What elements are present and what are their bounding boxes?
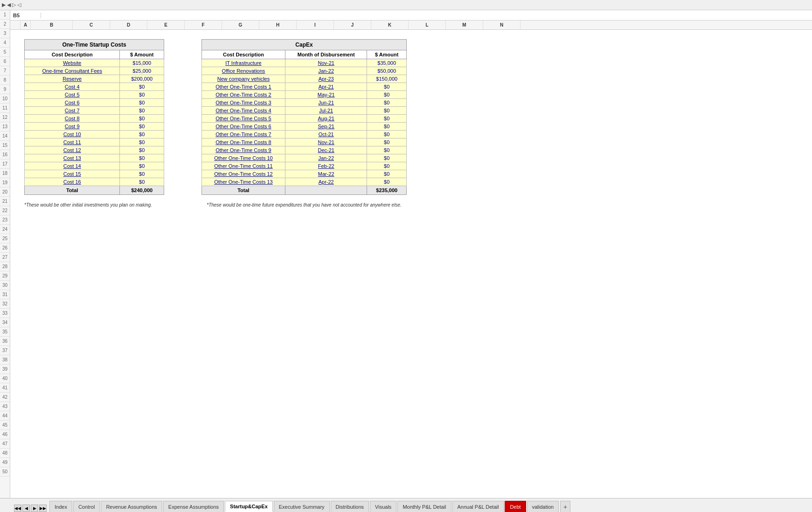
startup-amount-5[interactable]: $0 bbox=[120, 99, 164, 107]
startup-row-6[interactable]: Cost 7 $0 bbox=[25, 107, 164, 115]
tab-visuals[interactable]: Visuals bbox=[370, 501, 396, 512]
capex-amount-11[interactable]: $0 bbox=[367, 146, 407, 154]
capex-row-11[interactable]: Other One-Time Costs 9 Dec-21 $0 bbox=[202, 146, 407, 154]
capex-desc-6[interactable]: Other One-Time Costs 4 bbox=[202, 107, 285, 115]
tab-debt[interactable]: Debt bbox=[505, 501, 526, 512]
tab-distributions[interactable]: Distributions bbox=[331, 501, 369, 512]
capex-row-15[interactable]: Other One-Time Costs 13 Apr-22 $0 bbox=[202, 178, 407, 186]
startup-amount-15[interactable]: $0 bbox=[120, 178, 164, 186]
startup-amount-0[interactable]: $15,000 bbox=[120, 59, 164, 67]
capex-desc-9[interactable]: Other One-Time Costs 7 bbox=[202, 131, 285, 138]
capex-desc-15[interactable]: Other One-Time Costs 13 bbox=[202, 178, 285, 186]
startup-desc-6[interactable]: Cost 7 bbox=[25, 107, 120, 115]
capex-amount-14[interactable]: $0 bbox=[367, 170, 407, 178]
startup-row-14[interactable]: Cost 15 $0 bbox=[25, 170, 164, 178]
capex-row-3[interactable]: Other One-Time Costs 1 Apr-21 $0 bbox=[202, 83, 407, 91]
tab-scroll-buttons[interactable]: ◀◀ ◀ ▶ ▶▶ bbox=[14, 505, 47, 512]
capex-row-14[interactable]: Other One-Time Costs 12 Mar-22 $0 bbox=[202, 170, 407, 178]
sheet-area[interactable]: One-Time Startup Costs Cost Description … bbox=[10, 30, 812, 498]
capex-row-12[interactable]: Other One-Time Costs 10 Jan-22 $0 bbox=[202, 154, 407, 162]
startup-amount-10[interactable]: $0 bbox=[120, 138, 164, 146]
startup-desc-1[interactable]: One-time Consultant Fees bbox=[25, 67, 120, 75]
startup-row-5[interactable]: Cost 6 $0 bbox=[25, 99, 164, 107]
capex-desc-7[interactable]: Other One-Time Costs 5 bbox=[202, 115, 285, 123]
startup-desc-10[interactable]: Cost 11 bbox=[25, 138, 120, 146]
capex-amount-9[interactable]: $0 bbox=[367, 131, 407, 138]
startup-row-11[interactable]: Cost 12 $0 bbox=[25, 146, 164, 154]
capex-amount-2[interactable]: $150,000 bbox=[367, 75, 407, 83]
add-sheet-button[interactable]: + bbox=[560, 501, 570, 512]
startup-amount-8[interactable]: $0 bbox=[120, 123, 164, 131]
capex-desc-13[interactable]: Other One-Time Costs 11 bbox=[202, 162, 285, 170]
startup-amount-4[interactable]: $0 bbox=[120, 91, 164, 99]
startup-amount-12[interactable]: $0 bbox=[120, 154, 164, 162]
startup-row-13[interactable]: Cost 14 $0 bbox=[25, 162, 164, 170]
capex-row-2[interactable]: New company vehicles Apr-23 $150,000 bbox=[202, 75, 407, 83]
capex-row-7[interactable]: Other One-Time Costs 5 Aug-21 $0 bbox=[202, 115, 407, 123]
tab-validation[interactable]: validation bbox=[527, 501, 559, 512]
capex-month-4[interactable]: May-21 bbox=[285, 91, 367, 99]
startup-row-8[interactable]: Cost 9 $0 bbox=[25, 123, 164, 131]
startup-row-1[interactable]: One-time Consultant Fees $25,000 bbox=[25, 67, 164, 75]
capex-row-10[interactable]: Other One-Time Costs 8 Nov-21 $0 bbox=[202, 138, 407, 146]
capex-amount-13[interactable]: $0 bbox=[367, 162, 407, 170]
capex-amount-6[interactable]: $0 bbox=[367, 107, 407, 115]
capex-desc-4[interactable]: Other One-Time Costs 2 bbox=[202, 91, 285, 99]
startup-desc-5[interactable]: Cost 6 bbox=[25, 99, 120, 107]
tab-annual-p-l-detail[interactable]: Annual P&L Detail bbox=[452, 501, 504, 512]
startup-amount-6[interactable]: $0 bbox=[120, 107, 164, 115]
startup-desc-15[interactable]: Cost 16 bbox=[25, 178, 120, 186]
startup-row-0[interactable]: Website $15,000 bbox=[25, 59, 164, 67]
capex-month-13[interactable]: Feb-22 bbox=[285, 162, 367, 170]
capex-month-6[interactable]: Jul-21 bbox=[285, 107, 367, 115]
capex-row-13[interactable]: Other One-Time Costs 11 Feb-22 $0 bbox=[202, 162, 407, 170]
tab-monthly-p-l-detail[interactable]: Monthly P&L Detail bbox=[397, 501, 451, 512]
capex-amount-12[interactable]: $0 bbox=[367, 154, 407, 162]
tab-control[interactable]: Control bbox=[73, 501, 100, 512]
startup-desc-9[interactable]: Cost 10 bbox=[25, 131, 120, 138]
capex-amount-10[interactable]: $0 bbox=[367, 138, 407, 146]
capex-amount-0[interactable]: $35,000 bbox=[367, 59, 407, 67]
startup-desc-11[interactable]: Cost 12 bbox=[25, 146, 120, 154]
tab-index[interactable]: Index bbox=[49, 501, 72, 512]
startup-row-10[interactable]: Cost 11 $0 bbox=[25, 138, 164, 146]
startup-amount-14[interactable]: $0 bbox=[120, 170, 164, 178]
tab-expense-assumptions[interactable]: Expense Assumptions bbox=[163, 501, 224, 512]
capex-amount-4[interactable]: $0 bbox=[367, 91, 407, 99]
startup-desc-13[interactable]: Cost 14 bbox=[25, 162, 120, 170]
capex-month-14[interactable]: Mar-22 bbox=[285, 170, 367, 178]
startup-desc-12[interactable]: Cost 13 bbox=[25, 154, 120, 162]
startup-desc-2[interactable]: Reserve bbox=[25, 75, 120, 83]
capex-desc-2[interactable]: New company vehicles bbox=[202, 75, 285, 83]
startup-amount-2[interactable]: $200,000 bbox=[120, 75, 164, 83]
startup-amount-1[interactable]: $25,000 bbox=[120, 67, 164, 75]
startup-amount-3[interactable]: $0 bbox=[120, 83, 164, 91]
capex-amount-15[interactable]: $0 bbox=[367, 178, 407, 186]
startup-row-9[interactable]: Cost 10 $0 bbox=[25, 131, 164, 138]
capex-month-9[interactable]: Oct-21 bbox=[285, 131, 367, 138]
startup-desc-3[interactable]: Cost 4 bbox=[25, 83, 120, 91]
tab-scroll-left[interactable]: ◀ bbox=[22, 505, 30, 512]
startup-desc-4[interactable]: Cost 5 bbox=[25, 91, 120, 99]
startup-desc-14[interactable]: Cost 15 bbox=[25, 170, 120, 178]
capex-desc-14[interactable]: Other One-Time Costs 12 bbox=[202, 170, 285, 178]
startup-amount-7[interactable]: $0 bbox=[120, 115, 164, 123]
tab-startup-capex[interactable]: Startup&CapEx bbox=[225, 501, 273, 512]
capex-row-0[interactable]: IT Infrastructure Nov-21 $35,000 bbox=[202, 59, 407, 67]
cell-reference[interactable]: B5 bbox=[13, 13, 41, 18]
capex-desc-11[interactable]: Other One-Time Costs 9 bbox=[202, 146, 285, 154]
startup-row-12[interactable]: Cost 13 $0 bbox=[25, 154, 164, 162]
capex-desc-3[interactable]: Other One-Time Costs 1 bbox=[202, 83, 285, 91]
capex-month-11[interactable]: Dec-21 bbox=[285, 146, 367, 154]
capex-row-6[interactable]: Other One-Time Costs 4 Jul-21 $0 bbox=[202, 107, 407, 115]
capex-desc-0[interactable]: IT Infrastructure bbox=[202, 59, 285, 67]
startup-amount-9[interactable]: $0 bbox=[120, 131, 164, 138]
capex-row-1[interactable]: Office Renovations Jan-22 $50,000 bbox=[202, 67, 407, 75]
tab-scroll-left-left[interactable]: ◀◀ bbox=[14, 505, 21, 512]
capex-month-12[interactable]: Jan-22 bbox=[285, 154, 367, 162]
capex-desc-1[interactable]: Office Renovations bbox=[202, 67, 285, 75]
capex-desc-10[interactable]: Other One-Time Costs 8 bbox=[202, 138, 285, 146]
capex-amount-1[interactable]: $50,000 bbox=[367, 67, 407, 75]
startup-desc-7[interactable]: Cost 8 bbox=[25, 115, 120, 123]
capex-amount-5[interactable]: $0 bbox=[367, 99, 407, 107]
